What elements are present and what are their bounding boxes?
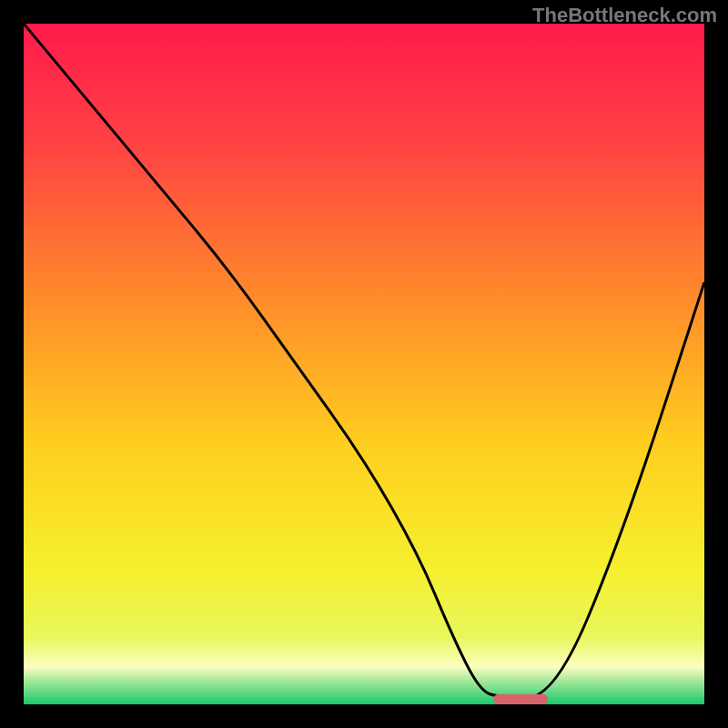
chart-background <box>24 24 704 704</box>
chart-svg <box>24 24 704 704</box>
optimal-marker <box>493 694 548 704</box>
watermark-text: TheBottleneck.com <box>532 4 717 27</box>
chart-plot-area <box>24 24 704 704</box>
chart-frame <box>22 22 706 706</box>
